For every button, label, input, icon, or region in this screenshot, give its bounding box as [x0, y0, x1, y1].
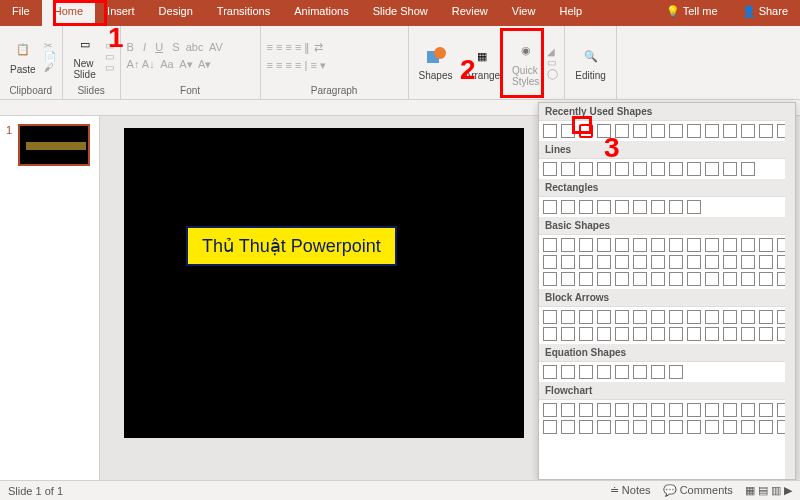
- new-slide-button[interactable]: ▭ New Slide: [69, 30, 101, 82]
- shape-item[interactable]: [633, 327, 647, 341]
- tab-transitions[interactable]: Transitions: [205, 0, 282, 26]
- tab-review[interactable]: Review: [440, 0, 500, 26]
- align-row[interactable]: ≡ ≡ ≡ ≡ | ≡ ▾: [267, 59, 326, 72]
- shape-item[interactable]: [651, 365, 665, 379]
- shape-item[interactable]: [561, 327, 575, 341]
- shape-item[interactable]: [669, 255, 683, 269]
- shape-item[interactable]: [741, 162, 755, 176]
- shape-item[interactable]: [615, 200, 629, 214]
- slide-thumbnail-1[interactable]: [18, 124, 90, 166]
- shape-item[interactable]: [543, 310, 557, 324]
- shape-item[interactable]: [633, 272, 647, 286]
- shape-item[interactable]: [669, 200, 683, 214]
- shape-item[interactable]: [597, 403, 611, 417]
- share-button[interactable]: 👤 Share: [730, 0, 800, 26]
- shape-item[interactable]: [633, 420, 647, 434]
- shape-item[interactable]: [759, 255, 773, 269]
- shape-item[interactable]: [741, 403, 755, 417]
- shape-item[interactable]: [615, 162, 629, 176]
- shape-item[interactable]: [633, 365, 647, 379]
- shape-item[interactable]: [597, 272, 611, 286]
- tab-slideshow[interactable]: Slide Show: [361, 0, 440, 26]
- shape-item[interactable]: [561, 200, 575, 214]
- shape-item[interactable]: [561, 238, 575, 252]
- shape-item[interactable]: [633, 162, 647, 176]
- font-size-row[interactable]: A↑ A↓ Aa A▾ A▾: [127, 58, 223, 71]
- shape-item[interactable]: [687, 327, 701, 341]
- shape-item[interactable]: [615, 327, 629, 341]
- shape-item[interactable]: [687, 238, 701, 252]
- shape-item[interactable]: [759, 403, 773, 417]
- shape-item[interactable]: [723, 255, 737, 269]
- shape-item[interactable]: [723, 420, 737, 434]
- shape-item[interactable]: [687, 162, 701, 176]
- shape-item[interactable]: [615, 255, 629, 269]
- shape-item[interactable]: [759, 272, 773, 286]
- shape-item[interactable]: [759, 420, 773, 434]
- shape-item[interactable]: [741, 327, 755, 341]
- shape-item[interactable]: [705, 403, 719, 417]
- shape-item[interactable]: [543, 403, 557, 417]
- shape-item[interactable]: [651, 200, 665, 214]
- shape-item[interactable]: [543, 162, 557, 176]
- shape-item[interactable]: [687, 200, 701, 214]
- shape-item[interactable]: [723, 162, 737, 176]
- shape-item[interactable]: [579, 162, 593, 176]
- notes-button[interactable]: ≐ Notes: [610, 484, 651, 497]
- shape-item[interactable]: [597, 365, 611, 379]
- shape-item[interactable]: [669, 238, 683, 252]
- shape-item[interactable]: [651, 420, 665, 434]
- shape-item[interactable]: [687, 124, 701, 138]
- shape-item[interactable]: [633, 310, 647, 324]
- shape-item[interactable]: [741, 255, 755, 269]
- shape-item[interactable]: [759, 238, 773, 252]
- clipboard-tools[interactable]: ✂📄🖌: [44, 40, 56, 73]
- shape-item[interactable]: [597, 255, 611, 269]
- slide-1[interactable]: [124, 128, 524, 438]
- shape-item[interactable]: [543, 327, 557, 341]
- shape-item[interactable]: [543, 124, 557, 138]
- shapes-button[interactable]: Shapes: [415, 42, 457, 83]
- editing-button[interactable]: 🔍 Editing: [571, 42, 610, 83]
- tab-animations[interactable]: Animations: [282, 0, 360, 26]
- shape-item[interactable]: [669, 124, 683, 138]
- tab-design[interactable]: Design: [147, 0, 205, 26]
- shape-item[interactable]: [669, 162, 683, 176]
- shape-item[interactable]: [669, 403, 683, 417]
- shape-item[interactable]: [561, 162, 575, 176]
- shape-item[interactable]: [723, 310, 737, 324]
- shape-item[interactable]: [597, 238, 611, 252]
- shape-item[interactable]: [741, 124, 755, 138]
- shape-style-tools[interactable]: ◢▭◯: [547, 46, 558, 79]
- shape-item[interactable]: [615, 403, 629, 417]
- shape-item[interactable]: [759, 124, 773, 138]
- shape-item[interactable]: [741, 310, 755, 324]
- shape-item[interactable]: [615, 365, 629, 379]
- shape-item[interactable]: [597, 310, 611, 324]
- shape-item[interactable]: [543, 255, 557, 269]
- shape-item[interactable]: [759, 310, 773, 324]
- shape-item[interactable]: [741, 420, 755, 434]
- tab-view[interactable]: View: [500, 0, 548, 26]
- scrollbar[interactable]: [785, 103, 795, 479]
- shape-item[interactable]: [597, 327, 611, 341]
- shape-item[interactable]: [579, 200, 593, 214]
- shape-item[interactable]: [579, 255, 593, 269]
- shape-item[interactable]: [597, 420, 611, 434]
- shape-item[interactable]: [723, 124, 737, 138]
- shape-item[interactable]: [687, 272, 701, 286]
- shape-item[interactable]: [669, 365, 683, 379]
- view-buttons[interactable]: ▦ ▤ ▥ ▶: [745, 484, 792, 497]
- shape-item[interactable]: [687, 420, 701, 434]
- shape-item[interactable]: [669, 420, 683, 434]
- shape-item[interactable]: [543, 272, 557, 286]
- shape-item[interactable]: [723, 238, 737, 252]
- shape-item[interactable]: [705, 255, 719, 269]
- tab-help[interactable]: Help: [547, 0, 594, 26]
- shape-item[interactable]: [615, 310, 629, 324]
- shape-item[interactable]: [561, 272, 575, 286]
- shape-item[interactable]: [633, 124, 647, 138]
- tell-me[interactable]: 💡 Tell me: [654, 0, 730, 26]
- shape-item[interactable]: [579, 365, 593, 379]
- shape-item[interactable]: [561, 420, 575, 434]
